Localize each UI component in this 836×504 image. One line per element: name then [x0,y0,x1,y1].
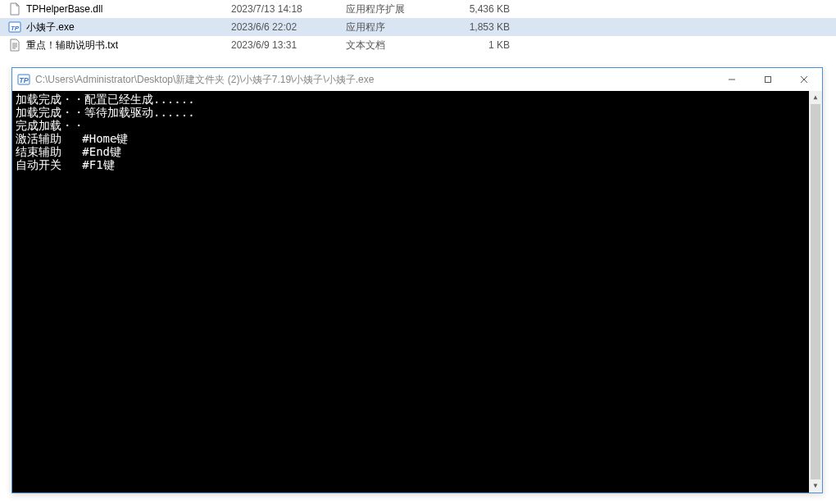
file-row[interactable]: 重点！辅助说明书.txt2023/6/9 13:31文本文档1 KB [0,36,836,54]
console-line: 结束辅助 #End键 [16,145,819,158]
titlebar[interactable]: TP C:\Users\Administrator\Desktop\新建文件夹 … [12,68,822,91]
scrollbar[interactable]: ▲ ▼ [809,91,822,493]
scroll-track[interactable] [809,104,822,479]
console-body[interactable]: 加载完成・・配置已经生成......加载完成・・等待加载驱动......完成加载… [12,91,822,493]
file-date: 2023/6/9 13:31 [231,39,346,51]
window-title: C:\Users\Administrator\Desktop\新建文件夹 (2)… [35,73,714,87]
scroll-up-arrow[interactable]: ▲ [809,91,822,104]
console-line: 加载完成・・配置已经生成...... [16,93,819,106]
app-icon: TP [17,73,30,86]
svg-rect-9 [766,77,771,83]
console-line: 加载完成・・等待加载驱动...... [16,106,819,119]
console-line: 完成加载・・ [16,119,819,132]
file-list: TPHelperBase.dll2023/7/13 14:18应用程序扩展5,4… [0,0,836,54]
svg-text:TP: TP [19,76,29,84]
file-name: TPHelperBase.dll [26,3,231,15]
scroll-down-arrow[interactable]: ▼ [809,479,822,493]
file-type: 应用程序扩展 [346,2,444,16]
file-size: 1,853 KB [444,21,510,33]
file-size: 5,436 KB [444,3,510,15]
window-controls [714,68,822,91]
file-name: 小姨子.exe [26,20,231,34]
file-type: 文本文档 [346,39,444,52]
close-button[interactable] [786,68,822,91]
file-icon [8,39,21,52]
file-name: 重点！辅助说明书.txt [26,39,231,52]
file-icon: TP [8,20,21,34]
file-size: 1 KB [444,39,510,51]
console-line: 激活辅助 #Home键 [16,132,819,145]
maximize-button[interactable] [750,68,786,91]
file-row[interactable]: TPHelperBase.dll2023/7/13 14:18应用程序扩展5,4… [0,0,836,18]
console-window: TP C:\Users\Administrator\Desktop\新建文件夹 … [11,67,823,493]
file-type: 应用程序 [346,20,444,34]
console-content: 加载完成・・配置已经生成......加载完成・・等待加载驱动......完成加载… [16,93,819,171]
file-icon [8,2,21,16]
file-date: 2023/7/13 14:18 [231,3,346,15]
scroll-thumb[interactable] [811,104,820,479]
console-line: 自动开关 #F1键 [16,158,819,171]
file-date: 2023/6/6 22:02 [231,21,346,33]
minimize-button[interactable] [714,68,750,91]
file-row[interactable]: TP小姨子.exe2023/6/6 22:02应用程序1,853 KB [0,18,836,36]
svg-text:TP: TP [11,25,20,32]
